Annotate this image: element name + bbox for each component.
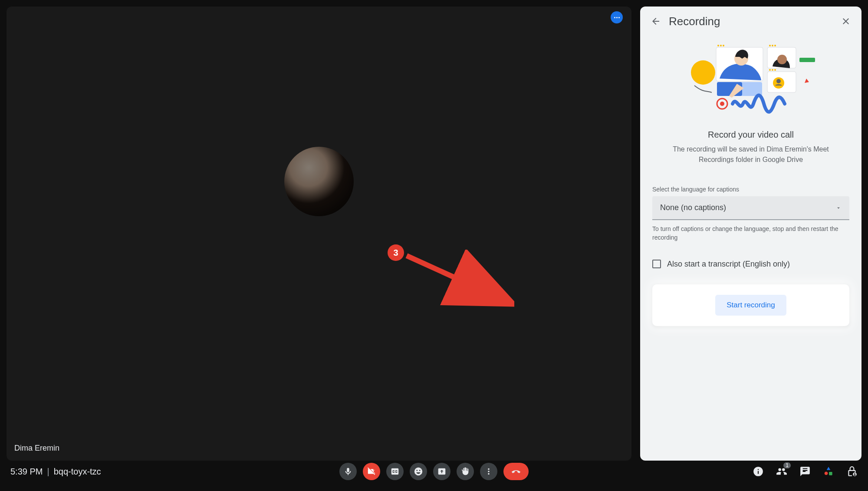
raise-hand-button[interactable] [457, 463, 474, 480]
microphone-icon [343, 467, 353, 476]
close-icon [841, 16, 851, 26]
panel-close-button[interactable] [839, 14, 853, 28]
panel-body: Record your video call The recording wil… [640, 36, 861, 461]
present-screen-icon [437, 467, 447, 476]
svg-point-2 [691, 60, 715, 85]
captions-language-select[interactable]: None (no captions) [652, 196, 849, 220]
start-recording-button[interactable]: Start recording [715, 295, 786, 316]
center-controls [339, 463, 529, 480]
lock-person-icon [846, 466, 858, 477]
svg-rect-21 [799, 58, 815, 62]
info-icon [753, 466, 764, 477]
svg-point-4 [717, 45, 719, 46]
meeting-details-button[interactable] [753, 466, 764, 477]
right-controls: 1 [753, 466, 858, 477]
recording-heading: Record your video call [652, 130, 849, 140]
chat-button[interactable] [799, 466, 811, 477]
camera-button[interactable] [363, 463, 380, 480]
recording-description: The recording will be saved in Dima Erem… [665, 144, 836, 165]
host-controls-button[interactable] [846, 466, 858, 477]
closed-captions-icon [390, 467, 400, 476]
svg-point-23 [720, 102, 724, 106]
captions-button[interactable] [386, 463, 404, 480]
svg-point-17 [772, 69, 773, 71]
captions-language-label: Select the language for captions [652, 186, 849, 193]
captions-hint: To turn off captions or change the langu… [652, 224, 849, 242]
captions-language-value: None (no captions) [660, 203, 726, 212]
svg-point-12 [772, 45, 773, 46]
raise-hand-icon [460, 467, 470, 476]
start-recording-card: Start recording [652, 284, 849, 326]
svg-point-14 [777, 55, 787, 64]
activities-shapes-icon [823, 466, 834, 477]
svg-point-0 [825, 472, 828, 475]
transcript-checkbox[interactable] [652, 260, 661, 268]
activities-button[interactable] [823, 466, 834, 477]
panel-back-button[interactable] [649, 14, 663, 28]
svg-point-13 [774, 45, 776, 46]
transcript-checkbox-label: Also start a transcript (English only) [667, 260, 790, 269]
transcript-checkbox-row[interactable]: Also start a transcript (English only) [652, 260, 849, 269]
panel-header: Recording [640, 7, 861, 36]
camera-off-icon [367, 467, 376, 476]
chevron-down-icon [835, 205, 842, 211]
svg-rect-1 [829, 472, 832, 475]
hangup-icon [511, 467, 521, 476]
svg-point-11 [769, 45, 771, 46]
recording-illustration [652, 38, 849, 125]
arrow-back-icon [651, 16, 661, 26]
reactions-button[interactable] [410, 463, 427, 480]
annotation-step-badge: 3 [388, 244, 404, 261]
separator: | [47, 467, 49, 477]
svg-point-6 [723, 45, 724, 46]
panel-title: Recording [669, 15, 833, 28]
floating-more-options-button[interactable] [611, 11, 623, 23]
svg-point-5 [720, 45, 722, 46]
emoji-icon [414, 467, 423, 476]
svg-point-20 [776, 79, 781, 83]
participants-button[interactable]: 1 [776, 466, 787, 477]
present-button[interactable] [433, 463, 450, 480]
leave-call-button[interactable] [503, 463, 529, 480]
participant-name: Dima Eremin [14, 444, 59, 453]
participants-count-badge: 1 [783, 462, 791, 468]
chat-icon [799, 466, 811, 477]
svg-point-18 [774, 69, 776, 71]
more-options-button[interactable] [480, 463, 497, 480]
meeting-code: bqq-toyx-tzc [54, 467, 101, 477]
clock-time: 5:39 PM [10, 467, 43, 477]
microphone-button[interactable] [339, 463, 357, 480]
recording-panel: Recording [640, 7, 861, 461]
meeting-info-left: 5:39 PM | bqq-toyx-tzc [10, 467, 101, 477]
main-video-tile: Dima Eremin [7, 7, 631, 461]
participant-avatar [284, 147, 354, 216]
svg-point-16 [769, 69, 771, 71]
more-vertical-icon [484, 467, 493, 476]
